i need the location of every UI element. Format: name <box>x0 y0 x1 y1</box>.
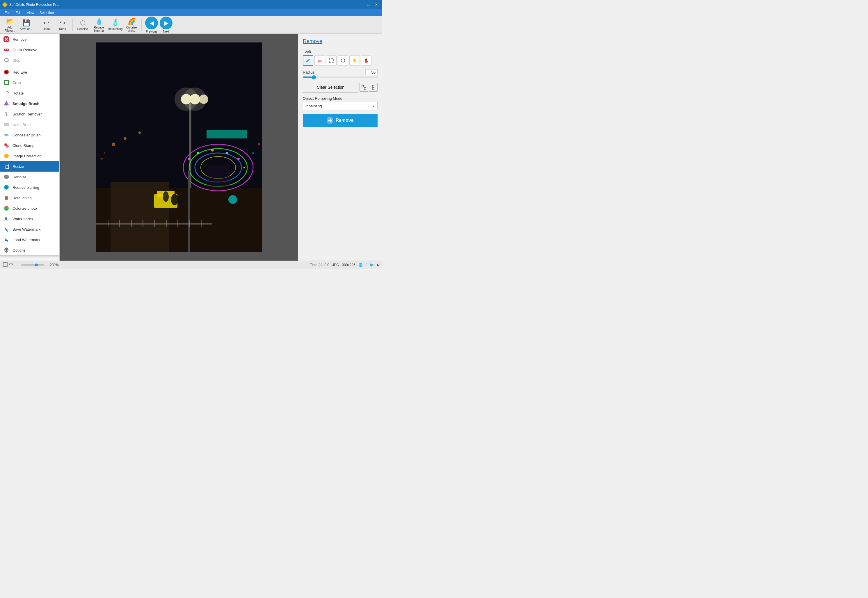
previous-nav-wrap: ◀ Previous <box>145 16 158 33</box>
retouching-icon: 🧴 <box>111 19 119 27</box>
app-title: SoftOrbits Photo Retoucher Pr... <box>9 3 357 7</box>
menu-item-options[interactable]: Options <box>0 245 59 256</box>
tool-stamp[interactable] <box>361 55 372 66</box>
menu-item-remove[interactable]: Remove <box>0 34 59 45</box>
retouching-button[interactable]: 🧴 Retouching <box>108 18 123 33</box>
menu-item-load-watermark[interactable]: A Load Watermark <box>0 235 59 245</box>
clear-selection-button[interactable]: Clear Selection <box>303 82 359 93</box>
menu-item-reduce-blurring[interactable]: Reduce blurring <box>0 182 59 193</box>
minimize-button[interactable]: — <box>357 2 364 7</box>
reduce-blur-button[interactable]: 💧 Reduce blurring <box>91 18 106 33</box>
svg-rect-80 <box>201 220 202 227</box>
stop-menu-icon <box>3 57 10 63</box>
radius-row: Radius 50 <box>303 69 378 75</box>
tool-lasso[interactable] <box>338 55 348 66</box>
menu-item-watermarks[interactable]: A Watermarks <box>0 214 59 224</box>
svg-point-32 <box>4 206 9 211</box>
retouching-label: Retouching <box>108 27 123 31</box>
crop-menu-icon <box>3 79 10 86</box>
close-button[interactable]: ✕ <box>373 2 380 7</box>
menu-item-colorize[interactable]: Colorize photo <box>0 203 59 214</box>
svg-point-36 <box>6 249 7 251</box>
menu-item-crop[interactable]: Crop <box>0 77 59 88</box>
radius-slider-container[interactable] <box>303 76 378 78</box>
svg-rect-14 <box>6 105 7 106</box>
menu-item-denoise[interactable]: Denoise <box>0 172 59 182</box>
menu-item-clone[interactable]: Clone Stamp <box>0 140 59 151</box>
remove-button[interactable]: Remove <box>303 114 378 127</box>
menu-view[interactable]: View <box>24 10 37 15</box>
menu-item-undo-brush-label: Undo Brush <box>12 123 33 127</box>
menu-item-smudge-label: Smudge Brush <box>12 102 39 106</box>
add-files-label: Add File(s)... <box>4 26 15 32</box>
next-button[interactable]: ▶ <box>160 16 172 29</box>
menu-selection[interactable]: Selection <box>37 10 56 15</box>
zoom-slider[interactable] <box>21 265 44 266</box>
menu-item-imgcorr[interactable]: Image Correction <box>0 151 59 161</box>
menu-item-concealer[interactable]: Concealer Brush <box>0 130 59 140</box>
status-bar-right: Time (s): 0.0 JPG 300x225 🌐 f 🐦 ▶ <box>310 263 379 267</box>
mode-select[interactable]: Inpainting Content Aware Clone <box>303 102 378 110</box>
format-label: JPG <box>332 263 339 267</box>
menu-file[interactable]: File <box>2 10 12 15</box>
svg-rect-79 <box>189 220 190 227</box>
svg-rect-7 <box>5 59 7 61</box>
menu-edit[interactable]: Edit <box>13 10 24 15</box>
clear-selection-label: Clear Selection <box>317 85 344 90</box>
tool-eraser[interactable] <box>314 55 325 66</box>
svg-point-69 <box>252 152 254 154</box>
mode-select-wrap[interactable]: Inpainting Content Aware Clone <box>303 102 378 110</box>
radius-slider-thumb[interactable] <box>312 75 316 79</box>
expand-out-button[interactable] <box>360 83 368 92</box>
maximize-button[interactable]: □ <box>365 2 372 7</box>
svg-point-54 <box>226 152 228 154</box>
denoise-button[interactable]: ⬡ Denoise <box>75 18 90 33</box>
svg-point-63 <box>171 194 178 205</box>
expand-in-button[interactable] <box>369 83 378 92</box>
tool-magic-wand[interactable] <box>350 55 360 66</box>
menu-item-retouching[interactable]: Retouching <box>0 193 59 203</box>
panel-title: Remove <box>303 38 378 45</box>
svg-rect-92 <box>372 88 374 89</box>
menu-item-red-eye[interactable]: Red Eye <box>0 67 59 77</box>
globe-icon: 🌐 <box>359 263 363 267</box>
svg-rect-87 <box>362 85 364 87</box>
svg-rect-3 <box>4 49 9 51</box>
menu-item-save-watermark[interactable]: A Save Watermark <box>0 224 59 235</box>
menu-item-resize[interactable]: Resize <box>0 161 59 172</box>
svg-point-53 <box>211 149 214 151</box>
add-files-icon: 📂 <box>6 18 14 25</box>
save-as-button[interactable]: 💾 Save as... <box>19 18 34 33</box>
colorize-button[interactable]: 🌈 Colorize photo <box>124 18 139 33</box>
svg-rect-70 <box>188 170 190 252</box>
status-bar: — + 289% Time (s): 0.0 JPG 300x225 🌐 f 🐦… <box>0 261 382 269</box>
tool-rect-select[interactable] <box>326 55 336 66</box>
time-label: Time (s): 0.0 <box>310 263 329 267</box>
svg-rect-96 <box>3 262 7 266</box>
canvas-area[interactable] <box>60 34 298 261</box>
radius-section: Radius 50 <box>303 69 378 78</box>
menu-item-scratch[interactable]: Scratch Remover <box>0 109 59 119</box>
svg-point-59 <box>229 195 237 204</box>
radius-slider-track[interactable] <box>303 76 378 78</box>
zoom-thumb[interactable] <box>35 263 38 266</box>
photo-canvas <box>96 42 262 252</box>
red-eye-menu-icon <box>3 69 10 75</box>
menu-item-quick-remove[interactable]: Quick Remove <box>0 45 59 55</box>
options-menu-icon <box>3 247 10 253</box>
undo-icon: ↩ <box>43 19 49 27</box>
redo-button[interactable]: ↪ Redo <box>55 18 70 33</box>
svg-point-55 <box>238 158 240 160</box>
toolbar-separator-2 <box>72 19 73 31</box>
menu-item-options-label: Options <box>12 248 25 253</box>
radius-slider-fill <box>303 76 312 78</box>
tool-pencil[interactable] <box>303 55 313 66</box>
tools-label: Tools <box>303 49 378 54</box>
svg-point-60 <box>112 142 115 146</box>
undo-button[interactable]: ↩ Undo <box>39 18 54 33</box>
menu-item-rotate[interactable]: Rotate <box>0 88 59 98</box>
menu-item-smudge[interactable]: Smudge Brush <box>0 98 59 109</box>
previous-button[interactable]: ◀ <box>145 16 158 29</box>
app-icon <box>2 2 7 7</box>
add-files-button[interactable]: 📂 Add File(s)... <box>2 18 18 33</box>
